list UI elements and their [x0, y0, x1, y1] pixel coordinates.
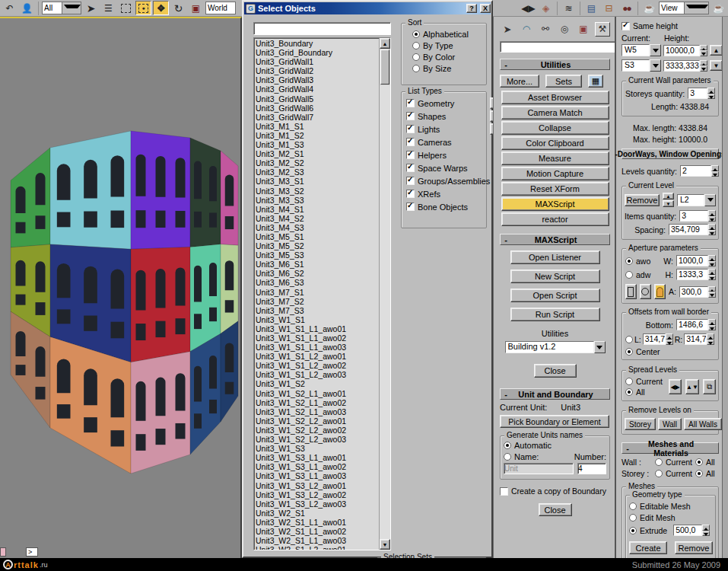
list-item[interactable]: Unit3_W1_S1_L2_awo01 [256, 352, 379, 361]
list-item[interactable]: Unit3_W2_S1 [256, 509, 379, 518]
camera-match-button[interactable]: Camera Match [501, 106, 609, 120]
all-walls-button[interactable]: All Walls [684, 418, 722, 430]
list-item[interactable]: Unit3_M7_S1 [256, 288, 379, 297]
list-item[interactable]: Unit3_M4_S3 [256, 223, 379, 232]
wall-button[interactable]: Wall [658, 418, 682, 430]
list-item[interactable]: Unit3_W1_S3 [256, 444, 379, 453]
list-item[interactable]: Unit3_M5_S2 [256, 241, 379, 250]
unit-close-button[interactable]: Close [539, 503, 572, 516]
list-item[interactable]: Unit3_M5_S3 [256, 250, 379, 260]
list-item[interactable]: Unit3_M3_S3 [256, 196, 379, 205]
storey-height-spinner[interactable]: 3333,333 [663, 60, 707, 72]
list-item[interactable]: Unit3_W2_S1_L2_awo01 [256, 545, 379, 550]
select-move-icon[interactable]: ✥ [153, 1, 169, 15]
chevron-down-icon[interactable] [684, 2, 709, 14]
list-item[interactable]: Unit3_GridWall1 [256, 57, 379, 66]
list-item[interactable]: Unit3_W1_S1_L1_awo02 [256, 333, 379, 343]
modify-tab-icon[interactable]: ◠ [519, 22, 534, 37]
list-item[interactable]: Unit3_W2_S1_L1_awo02 [256, 527, 379, 536]
mini-listener-strip[interactable] [0, 547, 6, 557]
list-item[interactable]: Unit3_W1_S1 [256, 315, 379, 324]
hierarchy-tab-icon[interactable]: ⚯ [538, 22, 553, 37]
create-button[interactable]: Create [629, 541, 667, 554]
coord-system-dropdown[interactable]: World [205, 2, 236, 14]
unit-name-input[interactable] [504, 463, 574, 474]
list-item[interactable]: Unit3_M1_S2 [256, 131, 379, 140]
l-spinner[interactable]: 314,7 [643, 333, 673, 345]
list-item[interactable]: Unit3_M7_S2 [256, 297, 379, 306]
utilities-rollout-header[interactable]: - Utilities [500, 59, 610, 70]
list-item[interactable]: Unit3_M3_S1 [256, 177, 379, 186]
chevron-down-icon[interactable] [650, 44, 661, 56]
bottom-spinner[interactable]: 1486,6 [676, 319, 716, 330]
asset-browser-button[interactable]: Asset Browser [501, 91, 609, 104]
render-type-dropdown[interactable]: View [659, 2, 709, 14]
wall-all-radio[interactable] [695, 458, 703, 466]
new-script-button[interactable]: New Script [510, 270, 600, 283]
list-item[interactable]: Unit3_W1_S2_L2_awo03 [256, 435, 379, 444]
spin-down-icon[interactable] [708, 292, 716, 298]
list-item[interactable]: Unit3_W1_S1_L2_awo03 [256, 370, 379, 379]
rect-aperture-button[interactable] [625, 284, 637, 299]
same-height-checkbox[interactable] [622, 22, 630, 30]
sort-by-color-radio[interactable] [412, 53, 420, 61]
spread-current-radio[interactable] [625, 378, 633, 385]
list-scrollbar[interactable]: ▲ ▼ [379, 38, 390, 550]
quick-render-icon[interactable]: ☕ [711, 1, 726, 15]
items-quantity-spinner[interactable]: 3 [679, 210, 716, 222]
spin-down-icon[interactable] [708, 261, 716, 267]
collapse-button[interactable]: Collapse [501, 121, 609, 135]
list-item[interactable]: Unit3_M1_S3 [256, 140, 379, 149]
center-radio[interactable] [625, 348, 633, 356]
list-item[interactable]: Unit3_W2_S1_L1_awo03 [256, 536, 379, 545]
list-item[interactable]: Unit3_W1_S2_L1_awo03 [256, 407, 379, 416]
list-item[interactable]: Unit3_M4_S1 [256, 205, 379, 214]
shapes-checkbox[interactable] [406, 112, 415, 120]
cameras-checkbox[interactable] [406, 138, 415, 146]
level-dropdown[interactable]: L2 [677, 194, 716, 206]
list-item[interactable]: Unit3_M1_S1 [256, 122, 379, 131]
spin-down-icon[interactable] [707, 340, 714, 346]
motion-capture-button[interactable]: Motion Capture [501, 167, 609, 180]
unit-number-input[interactable] [577, 463, 606, 474]
remove-level-button[interactable]: Remove [625, 194, 660, 206]
list-item[interactable]: Unit3_W1_S3_L1_awo01 [256, 453, 379, 462]
lights-checkbox[interactable] [406, 125, 415, 133]
list-item[interactable]: Unit3_Grid_Boundary [256, 48, 379, 57]
list-item[interactable]: Unit3_M6_S2 [256, 269, 379, 278]
spread-all-walls-button[interactable]: ⧉ [703, 379, 716, 394]
spin-up-icon[interactable] [708, 210, 716, 216]
maxscript-close-button[interactable]: Close [534, 364, 577, 378]
list-item[interactable]: Unit3_W1_S2 [256, 379, 379, 388]
undo-icon[interactable]: ↶ [2, 1, 17, 15]
spin-up-icon[interactable] [708, 224, 716, 230]
wall-dropdown[interactable]: W5 [622, 44, 661, 56]
lr-offset-radio[interactable] [625, 336, 633, 343]
doorways-section-header[interactable]: -DoorWays, Window Openings [622, 148, 719, 159]
list-item[interactable]: Unit3_W1_S3_L1_awo02 [256, 462, 379, 471]
material-editor-icon[interactable]: ●● [618, 1, 634, 15]
utility-dropdown[interactable]: Building v1.2 [505, 341, 606, 353]
r-spinner[interactable]: 314,7 [684, 333, 714, 345]
spin-down-icon[interactable] [708, 325, 716, 331]
object-listbox[interactable]: Unit3_BoundaryUnit3_Grid_BoundaryUnit3_G… [253, 37, 391, 550]
copy-down-button[interactable]: ▼ [710, 60, 723, 71]
list-item[interactable]: Unit3_M6_S1 [256, 260, 379, 269]
extrude-spinner[interactable]: 500,0 [673, 525, 710, 536]
list-item[interactable]: Unit3_GridWall6 [256, 104, 379, 113]
aperture-a-spinner[interactable]: 300,0 [679, 286, 716, 298]
spin-up-icon[interactable] [702, 525, 710, 531]
spin-up-icon[interactable] [711, 165, 719, 171]
list-item[interactable]: Unit3_W1_S2_L2_awo01 [256, 416, 379, 426]
spin-down-icon[interactable] [700, 65, 707, 72]
edit-mesh-radio[interactable] [629, 514, 637, 522]
remove-button[interactable]: Remove [675, 541, 713, 554]
spin-up-icon[interactable] [707, 88, 715, 94]
list-item[interactable]: Unit3_GridWall5 [256, 94, 379, 104]
list-item[interactable]: Unit3_M7_S3 [256, 306, 379, 315]
list-item[interactable]: Unit3_M3_S2 [256, 187, 379, 196]
object-name-input[interactable] [253, 22, 391, 35]
color-clipboard-button[interactable]: Color Clipboard [501, 136, 609, 150]
unit-boundary-rollout-header[interactable]: - Unit and Boundary [500, 388, 610, 400]
select-object-icon[interactable]: ➤ [83, 1, 99, 15]
